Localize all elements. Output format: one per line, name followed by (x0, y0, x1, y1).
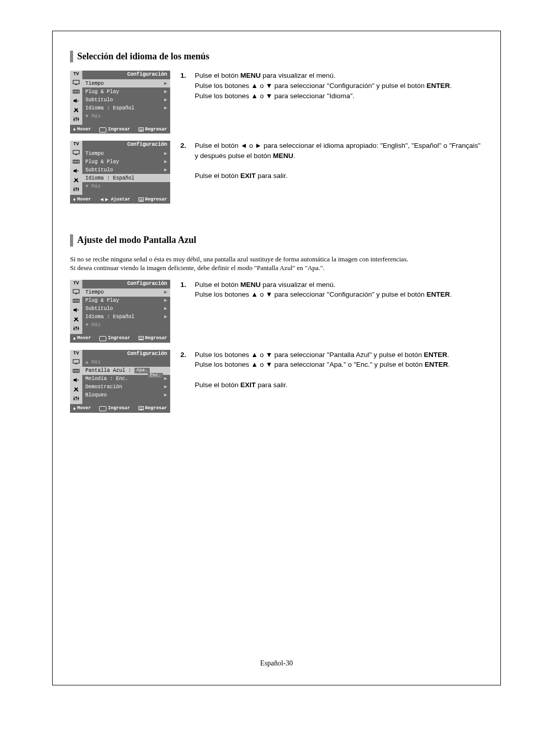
text: Pulse el botón (195, 381, 240, 389)
text: para visualizar el menú. (261, 281, 335, 288)
menu-icon (139, 336, 144, 340)
chevron-up-icon: ▲ (85, 360, 88, 365)
menu-label: Subtítulo (85, 167, 113, 173)
sound-icon (72, 367, 81, 374)
button-name: MENU (240, 72, 261, 79)
button-name: EXIT (240, 172, 256, 180)
speaker-icon (72, 167, 81, 174)
step-number: 1. (180, 280, 190, 300)
menu-mas[interactable]: ▼Más (82, 112, 170, 120)
sound-icon (72, 297, 81, 304)
menu-label: Más (91, 114, 101, 119)
speaker-icon (72, 376, 81, 384)
menu-plug[interactable]: Plug & Play► (82, 158, 170, 166)
svg-marker-21 (74, 169, 77, 173)
step-2-instructions: 2. Pulse el botón ◄ o ► para seleccionar… (180, 141, 483, 181)
leftright-icon: ◄► (99, 196, 109, 202)
menu-idioma[interactable]: Idioma:Español► (82, 313, 170, 321)
svg-point-57 (74, 398, 75, 399)
menu-mas[interactable]: ▼Más (82, 182, 170, 190)
menu-tiempo[interactable]: Tiempo► (82, 288, 170, 297)
chevron-right-icon: ► (164, 159, 167, 165)
button-name: MENU (273, 152, 293, 160)
enter-icon (99, 406, 106, 411)
svg-point-29 (78, 189, 79, 190)
menu-idioma[interactable]: Idioma:Español► (82, 104, 170, 112)
chevron-right-icon: ► (164, 376, 167, 382)
svg-point-43 (76, 326, 77, 328)
osd-footer: ♦Mover Ingresar Regresar (70, 404, 170, 413)
menu-mas-up[interactable]: ▲Más (82, 359, 170, 367)
menu-value: Español (113, 175, 134, 181)
footer-label: Mover (77, 406, 91, 411)
menu-bloqueo[interactable]: Bloqueo► (82, 391, 170, 399)
section-2-title: Ajuste del modo Pantalla Azul (70, 234, 483, 246)
speaker-icon (72, 97, 81, 104)
menu-plug[interactable]: Plug & Play► (82, 87, 170, 96)
menu-plug[interactable]: Plug & Play► (82, 297, 170, 305)
osd-title: Configuración (82, 141, 170, 149)
svg-rect-46 (75, 364, 77, 364)
row-4: TV Configuración ▲Más Pantalla Azul :Apa… (70, 350, 483, 413)
chevron-down-icon: ▼ (85, 322, 88, 328)
chevron-right-icon: ► (164, 306, 167, 312)
menu-label: Más (91, 184, 101, 189)
tools-icon (72, 176, 81, 184)
step-2b-instructions: 2. Pulse los botones ▲ o ▼ para seleccio… (180, 350, 483, 390)
text: Pulse el botón (195, 72, 240, 79)
chevron-right-icon: ► (164, 97, 167, 103)
speaker-icon (72, 306, 81, 314)
sound-icon (72, 158, 81, 165)
text: Pulse los botones ▲ o ▼ para seleccionar… (195, 291, 427, 298)
page-number: Español-30 (53, 659, 500, 668)
svg-marker-51 (74, 378, 77, 382)
menu-demo[interactable]: Demostración► (82, 383, 170, 391)
dropdown-option[interactable]: Enc. (148, 373, 163, 378)
chevron-right-icon: ► (164, 89, 167, 95)
svg-rect-1 (75, 84, 77, 85)
chevron-right-icon: ► (164, 81, 167, 86)
menu-label: Idioma (85, 175, 104, 181)
tools-icon (72, 316, 81, 323)
page-sheet: Selección del idioma de los menús TV Con… (52, 31, 501, 685)
text: Pulse los botones ▲ o ▼ para seleccionar… (195, 82, 427, 90)
osd-d: TV Configuración ▲Más Pantalla Azul :Apa… (70, 350, 170, 413)
menu-value: Español (113, 105, 134, 111)
text: Pulse los botones ▲ o ▼ para seleccionar… (195, 351, 424, 359)
chevron-right-icon: ► (164, 105, 167, 111)
osd-c: TV Configuración Tiempo► Plug & Play► Su… (70, 280, 170, 343)
menu-icon (139, 197, 144, 202)
menu-idioma[interactable]: Idioma:Español (82, 174, 170, 182)
svg-point-14 (78, 119, 79, 120)
menu-label: Idioma (85, 314, 104, 320)
row-3: TV Configuración Tiempo► Plug & Play► Su… (70, 280, 483, 343)
menu-label: Bloqueo (85, 392, 107, 398)
menu-subtitulo[interactable]: Subtítulo► (82, 166, 170, 174)
menu-subtitulo[interactable]: Subtítulo► (82, 305, 170, 313)
svg-rect-16 (75, 154, 77, 155)
menu-mas[interactable]: ▼Más (82, 321, 170, 329)
step-1-instructions: 1. Pulse el botón MENU para visualizar e… (180, 71, 483, 101)
menu-subtitulo[interactable]: Subtítulo► (82, 96, 170, 104)
button-name: ENTER (427, 82, 450, 90)
updown-icon: ♦ (73, 126, 76, 132)
osd-b: TV Configuración Tiempo► Plug & Play► Su… (70, 141, 170, 204)
menu-label: Plug & Play (85, 298, 119, 303)
footer-label: Ingresar (108, 406, 130, 411)
osd-sidebar: TV (70, 141, 82, 195)
sliders-icon (72, 395, 81, 402)
step-1b-instructions: 1. Pulse el botón MENU para visualizar e… (180, 280, 483, 300)
button-name: ENTER (425, 361, 448, 368)
svg-rect-45 (73, 360, 79, 363)
menu-label: Plug & Play (85, 89, 119, 95)
text: Pulse los botones ▲ o ▼ para seleccionar… (195, 361, 425, 368)
chevron-down-icon: ▼ (85, 184, 88, 189)
chevron-right-icon: ► (164, 151, 167, 157)
menu-pantalla-azul[interactable]: Pantalla Azul :Apa. Enc. (82, 367, 170, 375)
menu-label: Demostración (85, 384, 122, 390)
osd-footer: ♦Mover ◄►Ajustar Regresar (70, 195, 170, 204)
menu-tiempo[interactable]: Tiempo► (82, 149, 170, 158)
sliders-icon (72, 325, 81, 332)
menu-tiempo[interactable]: Tiempo► (82, 79, 170, 87)
picture-icon (72, 79, 81, 86)
